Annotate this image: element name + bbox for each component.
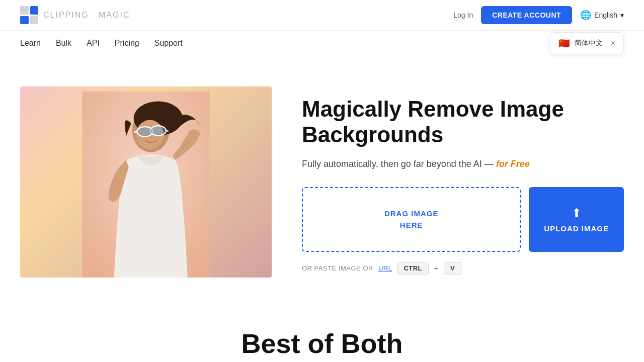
- hero-title: Magically Remove Image Backgrounds: [302, 97, 624, 147]
- hero-image: [20, 86, 272, 278]
- logo[interactable]: CLIPPING MAGIC: [20, 6, 130, 24]
- lang-option[interactable]: 简体中文: [575, 39, 603, 48]
- upload-image-button[interactable]: ⬆ UPLOAD IMAGE: [529, 187, 624, 252]
- ctrl-key: CTRL: [397, 262, 429, 275]
- url-link[interactable]: URL: [378, 264, 392, 272]
- drag-label: DRAG IMAGEHERE: [384, 208, 439, 231]
- paste-area: OR PASTE IMAGE OR URL CTRL + V: [302, 262, 624, 275]
- language-button[interactable]: 🌐 English ▾: [580, 10, 624, 21]
- nav-item-bulk[interactable]: Bulk: [56, 35, 71, 52]
- logo-sub: MAGIC: [99, 11, 130, 19]
- logo-brand: CLIPPING: [43, 11, 89, 19]
- plus-sign: +: [434, 264, 439, 273]
- logo-text: CLIPPING MAGIC: [43, 11, 130, 20]
- logo-sq-tr: [30, 6, 39, 15]
- upload-label: UPLOAD IMAGE: [544, 224, 609, 233]
- nav-item-support[interactable]: Support: [154, 35, 183, 52]
- best-of-both-title: Best of Both: [20, 328, 624, 359]
- upload-area: DRAG IMAGEHERE ⬆ UPLOAD IMAGE: [302, 187, 624, 252]
- upload-icon: ⬆: [572, 206, 582, 220]
- header: CLIPPING MAGIC Log In CREATE ACCOUNT 🌐 E…: [0, 0, 644, 31]
- subtitle-free: for Free: [496, 159, 530, 169]
- drag-image-box[interactable]: DRAG IMAGEHERE: [302, 187, 521, 252]
- person-illustration: [80, 92, 211, 278]
- nav-item-pricing[interactable]: Pricing: [115, 35, 139, 52]
- flag-icon: 🇨🇳: [558, 38, 570, 49]
- header-right: Log In CREATE ACCOUNT 🌐 English ▾: [453, 6, 624, 24]
- close-dropdown-button[interactable]: ×: [611, 39, 615, 48]
- best-of-both-section: Best of Both: [0, 298, 644, 362]
- chevron-down-icon: ▾: [620, 11, 624, 19]
- nav-item-learn[interactable]: Learn: [20, 35, 41, 52]
- logo-icon: [20, 6, 38, 24]
- nav-item-api[interactable]: API: [87, 35, 100, 52]
- svg-line-8: [166, 131, 169, 131]
- login-link[interactable]: Log In: [453, 11, 473, 19]
- hero-image-area: [20, 86, 272, 278]
- svg-point-10: [151, 126, 166, 135]
- paste-text: OR PASTE IMAGE OR: [302, 264, 373, 272]
- subtitle-pre: Fully automatically, then go far beyond …: [302, 159, 496, 169]
- create-account-button[interactable]: CREATE ACCOUNT: [481, 6, 572, 24]
- globe-icon: 🌐: [580, 10, 591, 21]
- main-section: Magically Remove Image Backgrounds Fully…: [0, 56, 644, 298]
- logo-sq-tl: [20, 6, 29, 15]
- logo-sq-br: [30, 16, 39, 25]
- svg-line-6: [134, 132, 137, 132]
- v-key: V: [444, 262, 461, 275]
- navigation: Learn Bulk API Pricing Support: [0, 31, 644, 56]
- logo-sq-bl: [20, 16, 29, 25]
- svg-point-11: [188, 129, 200, 139]
- language-label: English: [594, 11, 617, 19]
- language-dropdown: 🇨🇳 简体中文 ×: [550, 32, 624, 54]
- svg-point-9: [137, 127, 152, 136]
- hero-subtitle: Fully automatically, then go far beyond …: [302, 157, 624, 171]
- hero-content: Magically Remove Image Backgrounds Fully…: [302, 86, 624, 275]
